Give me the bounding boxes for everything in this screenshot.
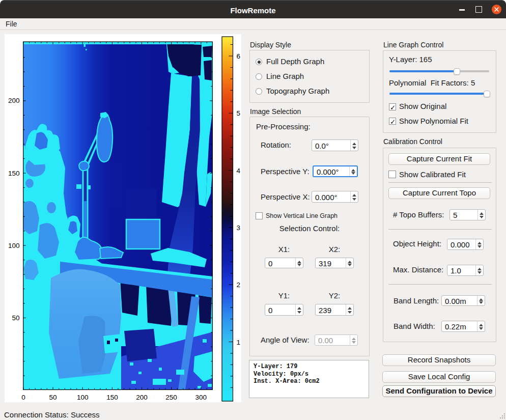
svg-text:5: 5	[237, 109, 241, 117]
svg-text:300: 300	[195, 394, 207, 401]
svg-text:150: 150	[106, 394, 118, 401]
svg-text:200: 200	[136, 394, 148, 401]
svg-text:200: 200	[8, 97, 20, 104]
svg-text:250: 250	[165, 394, 177, 401]
svg-text:3: 3	[237, 224, 241, 232]
svg-text:50: 50	[12, 314, 19, 322]
svg-text:50: 50	[49, 394, 57, 401]
svg-text:2: 2	[237, 281, 241, 289]
svg-text:4: 4	[237, 167, 241, 175]
svg-text:0: 0	[21, 394, 25, 401]
svg-text:150: 150	[8, 170, 20, 177]
svg-text:1: 1	[237, 339, 241, 346]
svg-text:6: 6	[237, 52, 241, 60]
svg-text:100: 100	[8, 242, 20, 249]
svg-text:100: 100	[77, 394, 89, 401]
